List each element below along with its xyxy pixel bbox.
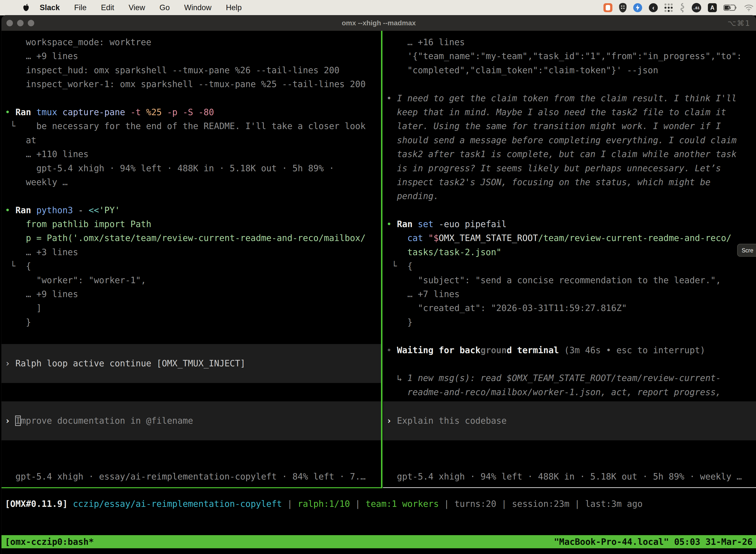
menu-view[interactable]: View — [128, 3, 145, 12]
hook-icon[interactable] — [680, 3, 685, 12]
left-session-status: gpt-5.4 xhigh · essay/ai-reimplementatio… — [1, 469, 381, 484]
left-pane-bottom-border — [1, 487, 382, 488]
wifi-icon[interactable] — [744, 4, 754, 11]
apple-icon[interactable] — [23, 4, 29, 12]
menu-help[interactable]: Help — [226, 3, 242, 12]
timer-61-icon[interactable]: ..61 — [692, 3, 701, 12]
right-input-band[interactable]: › Explain this codebase — [383, 401, 756, 440]
right-session-status: gpt-5.4 xhigh · 94% left · 488K in · 5.1… — [383, 469, 756, 484]
right-pane-output: … +16 lines '{"team_name":"my-team","tas… — [383, 35, 756, 427]
notification-badge-icon[interactable] — [633, 3, 642, 12]
grid-dots-icon[interactable] — [665, 3, 673, 12]
menu-go[interactable]: Go — [160, 3, 170, 12]
tmux-status-bar: [omx-cczip0:bash* "MacBook-Pro-44.local"… — [1, 535, 756, 548]
window-titlebar: omx --xhigh --madmax ⌥⌘1 — [1, 15, 756, 31]
menu-file[interactable]: File — [74, 3, 86, 12]
omx-status-bar: [OMX#0.11.9] cczip/essay/ai-reimplementa… — [1, 497, 756, 511]
window-shortcut-badge: ⌥⌘1 — [728, 19, 751, 27]
right-pane: … +16 lines '{"team_name":"my-team","tas… — [383, 31, 756, 535]
screen-recording-icon[interactable] — [604, 3, 612, 12]
terminal-window: omx --xhigh --madmax ⌥⌘1 workspace_mode:… — [1, 15, 756, 554]
terminal-content: workspace_mode: worktree … +9 lines insp… — [1, 31, 756, 554]
active-app-menu[interactable]: Slack — [40, 3, 60, 12]
tmux-host-time-label: "MacBook-Pro-44.local" 05:03 31-Mar-26 — [554, 537, 753, 547]
menu-items: FileEditViewGoWindowHelp — [74, 3, 242, 12]
tmux-session-label: [omx-cczip0:bash* — [5, 537, 94, 547]
left-pane: workspace_mode: worktree … +9 lines insp… — [1, 31, 381, 535]
ralph-loop-banner: › Ralph loop active continue [OMX_TMUX_I… — [1, 344, 381, 383]
left-input-band[interactable]: › Improve documentation in @filename — [1, 401, 381, 440]
shield-icon[interactable] — [619, 3, 627, 12]
input-source-a-icon[interactable]: A — [708, 3, 717, 12]
status-icons: ‹ ..61 A — [604, 3, 754, 12]
menu-window[interactable]: Window — [184, 3, 211, 12]
window-title: omx --xhigh --madmax — [1, 19, 756, 27]
screen-tooltip: Scre — [737, 244, 756, 257]
battery-charging-icon[interactable] — [723, 4, 737, 11]
left-pane-output: workspace_mode: worktree … +9 lines insp… — [1, 35, 381, 329]
back-circle-icon[interactable]: ‹ — [649, 3, 658, 12]
menu-bar: Slack FileEditViewGoWindowHelp ‹ ..61 A — [0, 0, 756, 15]
menu-edit[interactable]: Edit — [101, 3, 114, 12]
pane-divider[interactable] — [381, 31, 382, 488]
